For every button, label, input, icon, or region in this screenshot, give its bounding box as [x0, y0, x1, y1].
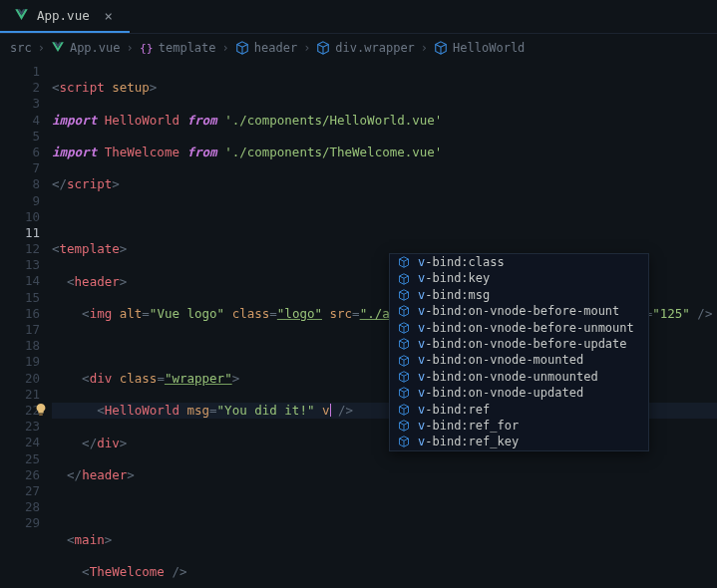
- tag-script-close: script: [67, 176, 112, 191]
- tag-main: main: [75, 532, 105, 547]
- chevron-right-icon: ›: [421, 41, 428, 55]
- val-alt: "Vue logo": [150, 306, 224, 321]
- line-number: 13: [0, 257, 40, 273]
- lightbulb-icon[interactable]: [34, 403, 48, 417]
- cube-icon: [316, 41, 330, 55]
- line-number: 29: [0, 515, 40, 531]
- val-height: "125": [652, 306, 690, 321]
- breadcrumb-item[interactable]: HelloWorld: [434, 41, 525, 55]
- close-icon[interactable]: ×: [102, 9, 116, 23]
- chevron-right-icon: ›: [222, 41, 229, 55]
- line-number: 18: [0, 338, 40, 354]
- breadcrumb-item[interactable]: App.vue: [51, 41, 121, 55]
- tag-header-close: header: [82, 467, 127, 482]
- code-editor[interactable]: 1234567891011121314151617181920212223242…: [0, 62, 717, 588]
- cube-icon: [398, 256, 410, 268]
- breadcrumb-item[interactable]: {} template: [140, 41, 216, 55]
- autocomplete-item[interactable]: v-bind:key: [390, 270, 648, 286]
- line-number: 20: [0, 371, 40, 387]
- autocomplete-label: v-bind:on-vnode-before-mount: [418, 303, 619, 319]
- vue-icon: [51, 41, 65, 55]
- line-number: 25: [0, 451, 40, 467]
- autocomplete-item[interactable]: v-bind:ref: [390, 402, 648, 418]
- str-helloworld-path: './components/HelloWorld.vue': [224, 113, 442, 128]
- breadcrumb-label: template: [159, 41, 216, 55]
- autocomplete-label: v-bind:on-vnode-mounted: [418, 352, 583, 368]
- autocomplete-item[interactable]: v-bind:ref_key: [390, 434, 648, 449]
- line-number: 12: [0, 241, 40, 257]
- kw-from: from: [186, 145, 216, 159]
- autocomplete-label: v-bind:on-vnode-before-unmount: [418, 320, 634, 336]
- autocomplete-item[interactable]: v-bind:on-vnode-updated: [390, 385, 648, 401]
- autocomplete-label: v-bind:on-vnode-updated: [418, 385, 583, 401]
- attr-class: class: [232, 306, 270, 321]
- val-class: "logo": [277, 306, 322, 321]
- line-number: 21: [0, 387, 40, 403]
- cube-icon: [398, 273, 410, 285]
- autocomplete-label: v-bind:on-vnode-unmounted: [418, 369, 598, 385]
- autocomplete-label: v-bind:ref: [418, 402, 490, 418]
- tab-filename: App.vue: [37, 8, 90, 23]
- cube-icon: [434, 41, 448, 55]
- line-number: 10: [0, 209, 40, 225]
- attr-alt: alt: [120, 306, 143, 321]
- import-thewelcome: TheWelcome: [105, 145, 179, 159]
- line-number: 8: [0, 176, 40, 192]
- attr-class: class: [120, 371, 158, 386]
- line-number: 23: [0, 419, 40, 435]
- cube-icon: [398, 338, 410, 350]
- autocomplete-item[interactable]: v-bind:on-vnode-mounted: [390, 352, 648, 368]
- autocomplete-label: v-bind:key: [418, 270, 490, 286]
- chevron-right-icon: ›: [127, 41, 134, 55]
- cube-icon: [398, 404, 410, 416]
- line-number: 28: [0, 499, 40, 515]
- breadcrumb-label: header: [254, 41, 297, 55]
- autocomplete-item[interactable]: v-bind:on-vnode-before-update: [390, 336, 648, 352]
- editor-tab-app-vue[interactable]: App.vue ×: [0, 0, 130, 33]
- line-number: 27: [0, 483, 40, 499]
- autocomplete-item[interactable]: v-bind:class: [390, 254, 648, 270]
- cube-icon: [398, 322, 410, 334]
- tag-header: header: [75, 274, 120, 289]
- autocomplete-label: v-bind:ref_key: [418, 434, 519, 449]
- breadcrumb-item[interactable]: div.wrapper: [316, 41, 414, 55]
- autocomplete-item[interactable]: v-bind:on-vnode-before-unmount: [390, 320, 648, 336]
- line-number-gutter: 1234567891011121314151617181920212223242…: [0, 62, 52, 588]
- chevron-right-icon: ›: [38, 41, 45, 55]
- line-number: 7: [0, 160, 40, 176]
- autocomplete-item[interactable]: v-bind:on-vnode-before-mount: [390, 303, 648, 319]
- svg-rect-1: [39, 414, 43, 415]
- vue-icon: [14, 8, 29, 23]
- kw-import: import: [52, 113, 97, 128]
- line-number: 15: [0, 290, 40, 306]
- autocomplete-label: v-bind:class: [418, 254, 505, 270]
- autocomplete-item[interactable]: v-bind:ref_for: [390, 418, 648, 434]
- autocomplete-label: v-bind:msg: [418, 287, 490, 303]
- line-number: 1: [0, 64, 40, 80]
- attr-setup: setup: [112, 80, 150, 95]
- typing-text: v: [322, 403, 330, 418]
- breadcrumb-item[interactable]: src: [10, 41, 32, 55]
- line-number: 24: [0, 435, 40, 450]
- line-number: 19: [0, 354, 40, 370]
- autocomplete-item[interactable]: v-bind:msg: [390, 287, 648, 303]
- breadcrumb-label: App.vue: [70, 41, 121, 55]
- val-msg: "You did it!": [217, 403, 315, 418]
- val-wrapper: "wrapper": [165, 371, 232, 386]
- tag-thewelcome: TheWelcome: [90, 564, 165, 579]
- cube-icon: [398, 420, 410, 432]
- autocomplete-item[interactable]: v-bind:on-vnode-unmounted: [390, 369, 648, 385]
- line-number: 6: [0, 145, 40, 160]
- cube-icon: [235, 41, 249, 55]
- kw-from: from: [186, 113, 216, 128]
- braces-icon: {}: [140, 41, 154, 55]
- breadcrumb-item[interactable]: header: [235, 41, 297, 55]
- autocomplete-popup[interactable]: v-bind:classv-bind:keyv-bind:msgv-bind:o…: [389, 253, 649, 451]
- code-area[interactable]: <script setup> import HelloWorld from '.…: [52, 62, 717, 588]
- tag-img: img: [90, 306, 113, 321]
- autocomplete-label: v-bind:on-vnode-before-update: [418, 336, 627, 352]
- import-helloworld: HelloWorld: [105, 113, 179, 128]
- line-number: 2: [0, 80, 40, 96]
- cube-icon: [398, 305, 410, 317]
- tab-bar: App.vue ×: [0, 0, 717, 34]
